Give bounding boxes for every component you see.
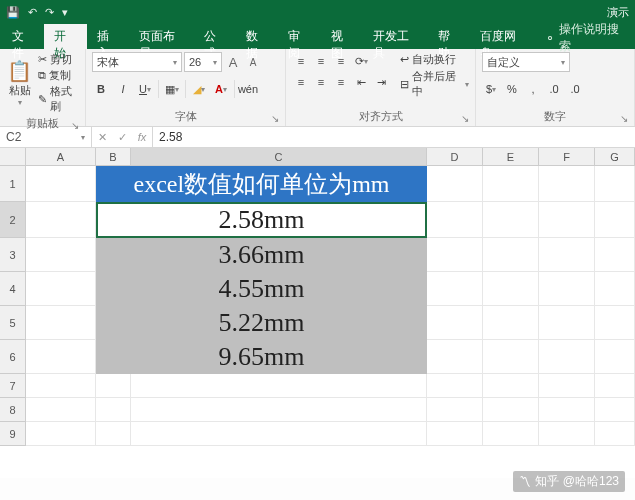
spreadsheet-grid[interactable]: ABCDEFG 123456789 excel数值如何单位为mm2.58mm3.… xyxy=(0,148,635,478)
row-header-4[interactable]: 4 xyxy=(0,272,26,306)
cell[interactable] xyxy=(483,374,539,398)
cell[interactable] xyxy=(427,374,483,398)
tab-审阅[interactable]: 审阅 xyxy=(278,24,320,49)
tab-开发工具[interactable]: 开发工具 xyxy=(363,24,428,49)
data-cell[interactable]: 9.65mm xyxy=(96,340,427,374)
cell[interactable] xyxy=(539,238,595,272)
decrease-decimal-button[interactable]: .0 xyxy=(566,80,584,98)
comma-button[interactable]: , xyxy=(524,80,542,98)
merge-center-button[interactable]: ⊟合并后居中▾ xyxy=(400,69,469,99)
tab-开始[interactable]: 开始 xyxy=(44,24,86,49)
cell[interactable] xyxy=(427,272,483,306)
redo-icon[interactable]: ↷ xyxy=(45,6,54,19)
cell[interactable] xyxy=(96,374,131,398)
font-color-button[interactable]: A▾ xyxy=(212,80,230,98)
cut-button[interactable]: ✂剪切 xyxy=(38,52,79,67)
cell[interactable] xyxy=(595,422,635,446)
cell[interactable] xyxy=(595,238,635,272)
cell[interactable] xyxy=(96,422,131,446)
fill-color-button[interactable]: ◢▾ xyxy=(190,80,208,98)
cell[interactable] xyxy=(539,398,595,422)
data-cell[interactable]: 5.22mm xyxy=(96,306,427,340)
align-right-button[interactable]: ≡ xyxy=(332,73,350,91)
paste-dropdown-icon[interactable]: ▾ xyxy=(18,98,22,107)
tab-数据[interactable]: 数据 xyxy=(236,24,278,49)
cell[interactable] xyxy=(595,306,635,340)
cell[interactable] xyxy=(427,306,483,340)
shrink-font-button[interactable]: A xyxy=(244,53,262,71)
col-header-F[interactable]: F xyxy=(539,148,595,166)
formula-input[interactable]: 2.58 xyxy=(153,127,635,147)
font-launcher-icon[interactable]: ↘ xyxy=(271,113,279,124)
percent-button[interactable]: % xyxy=(503,80,521,98)
col-header-D[interactable]: D xyxy=(427,148,483,166)
data-header-cell[interactable]: excel数值如何单位为mm xyxy=(96,166,427,202)
cell[interactable] xyxy=(483,202,539,238)
phonetic-button[interactable]: wén xyxy=(239,80,257,98)
qat-more-icon[interactable]: ▾ xyxy=(62,6,68,19)
cell[interactable] xyxy=(26,374,96,398)
cell[interactable] xyxy=(483,272,539,306)
indent-right-button[interactable]: ⇥ xyxy=(372,73,390,91)
cell[interactable] xyxy=(427,166,483,202)
cell[interactable] xyxy=(483,340,539,374)
cell[interactable] xyxy=(26,398,96,422)
font-size-select[interactable]: 26▾ xyxy=(184,52,222,72)
tab-百度网盘[interactable]: 百度网盘 xyxy=(470,24,535,49)
paste-label[interactable]: 粘贴 xyxy=(9,83,31,98)
align-bottom-button[interactable]: ≡ xyxy=(332,52,350,70)
cell[interactable] xyxy=(539,340,595,374)
cell[interactable] xyxy=(539,422,595,446)
grow-font-button[interactable]: A xyxy=(224,53,242,71)
cell[interactable] xyxy=(26,238,96,272)
undo-icon[interactable]: ↶ xyxy=(28,6,37,19)
cell[interactable] xyxy=(595,202,635,238)
active-cell[interactable]: 2.58mm xyxy=(96,202,427,238)
cell[interactable] xyxy=(26,272,96,306)
cell[interactable] xyxy=(595,340,635,374)
tab-文件[interactable]: 文件 xyxy=(2,24,44,49)
alignment-launcher-icon[interactable]: ↘ xyxy=(461,113,469,124)
align-left-button[interactable]: ≡ xyxy=(292,73,310,91)
col-header-A[interactable]: A xyxy=(26,148,96,166)
align-center-button[interactable]: ≡ xyxy=(312,73,330,91)
cell[interactable] xyxy=(427,238,483,272)
cell[interactable] xyxy=(427,398,483,422)
cell[interactable] xyxy=(131,374,427,398)
cell[interactable] xyxy=(26,202,96,238)
underline-button[interactable]: U▾ xyxy=(136,80,154,98)
tell-me-search[interactable]: ⚬操作说明搜索 xyxy=(535,24,635,49)
tab-公式[interactable]: 公式 xyxy=(194,24,236,49)
cell[interactable] xyxy=(26,306,96,340)
cell[interactable] xyxy=(131,398,427,422)
format-painter-button[interactable]: ✎格式刷 xyxy=(38,84,79,114)
number-launcher-icon[interactable]: ↘ xyxy=(620,113,628,124)
cell[interactable] xyxy=(483,306,539,340)
border-button[interactable]: ▦▾ xyxy=(163,80,181,98)
cell[interactable] xyxy=(595,272,635,306)
select-all-corner[interactable] xyxy=(0,148,26,166)
save-icon[interactable]: 💾 xyxy=(6,6,20,19)
cell[interactable] xyxy=(427,340,483,374)
number-format-select[interactable]: 自定义▾ xyxy=(482,52,570,72)
orientation-button[interactable]: ⟳▾ xyxy=(352,52,370,70)
paste-icon[interactable]: 📋 xyxy=(7,59,32,83)
cell[interactable] xyxy=(26,340,96,374)
cell[interactable] xyxy=(539,166,595,202)
clipboard-launcher-icon[interactable]: ↘ xyxy=(71,120,79,131)
align-middle-button[interactable]: ≡ xyxy=(312,52,330,70)
tab-插入[interactable]: 插入 xyxy=(87,24,129,49)
font-name-select[interactable]: 宋体▾ xyxy=(92,52,182,72)
row-header-9[interactable]: 9 xyxy=(0,422,26,446)
col-header-B[interactable]: B xyxy=(96,148,131,166)
row-header-7[interactable]: 7 xyxy=(0,374,26,398)
bold-button[interactable]: B xyxy=(92,80,110,98)
currency-button[interactable]: $▾ xyxy=(482,80,500,98)
indent-left-button[interactable]: ⇤ xyxy=(352,73,370,91)
cell[interactable] xyxy=(595,374,635,398)
cell[interactable] xyxy=(595,398,635,422)
italic-button[interactable]: I xyxy=(114,80,132,98)
tab-帮助[interactable]: 帮助 xyxy=(428,24,470,49)
wrap-text-button[interactable]: ↩自动换行 xyxy=(400,52,469,67)
enter-icon[interactable]: ✓ xyxy=(112,131,132,144)
